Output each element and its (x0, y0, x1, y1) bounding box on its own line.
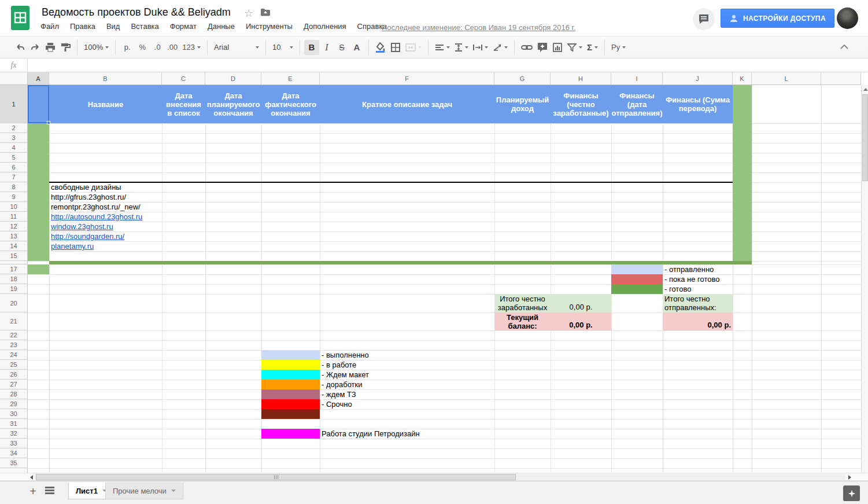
redo-button[interactable] (28, 40, 43, 55)
italic-button[interactable]: I (319, 40, 334, 55)
menu-item[interactable]: Формат (170, 22, 197, 31)
cell-H21[interactable]: 0,00 р. (551, 312, 611, 330)
row-header-21[interactable]: 21 (0, 312, 28, 330)
explore-button[interactable] (843, 485, 860, 501)
cell-B1[interactable]: Название (49, 85, 162, 123)
row-header-5[interactable]: 5 (0, 153, 28, 163)
row-header-9[interactable]: 9 (0, 192, 28, 202)
cell-G1[interactable]: Планируемый доход (494, 85, 551, 123)
star-icon[interactable]: ☆ (244, 7, 253, 20)
scroll-up-arrow-icon[interactable] (863, 88, 868, 91)
menu-item[interactable]: Правка (70, 22, 95, 31)
increase-decimals-button[interactable]: .00 (165, 40, 180, 55)
row-header-15[interactable]: 15 (0, 251, 28, 261)
column-header-F[interactable]: F (320, 72, 494, 85)
cell-K5[interactable] (733, 153, 752, 163)
cell-A15[interactable] (28, 251, 49, 261)
cell-K15[interactable] (733, 251, 752, 261)
row-header-8[interactable]: 8 (0, 182, 28, 192)
row-header-1[interactable]: 1 (0, 85, 28, 123)
cell-E26[interactable] (261, 370, 320, 380)
cell-B13[interactable]: http://soundgarden.ru/ (49, 231, 162, 241)
cell-K3[interactable] (733, 133, 752, 143)
column-header-E[interactable]: E (261, 72, 320, 85)
row-header-19[interactable]: 19 (0, 284, 28, 294)
insert-link-button[interactable] (519, 40, 535, 55)
last-edit-link[interactable]: Последнее изменение: Серов Иван 19 сентя… (382, 23, 575, 32)
row-header-17[interactable]: 17 (0, 264, 28, 274)
cell-A3[interactable] (28, 133, 49, 143)
font-size-select[interactable]: 10 (270, 40, 296, 55)
cell-B10[interactable]: remontpr.23ghost.ru/_new/ (49, 202, 162, 212)
row-header-29[interactable]: 29 (0, 399, 28, 409)
cell-K11[interactable] (733, 212, 752, 222)
row-header-31[interactable]: 31 (0, 419, 28, 429)
filter-button[interactable] (565, 40, 585, 55)
cell-B8[interactable]: свободные дизайны (49, 182, 162, 192)
column-header-I[interactable]: I (611, 72, 663, 85)
input-tools-button[interactable]: Ру (609, 40, 628, 55)
row-header-14[interactable]: 14 (0, 241, 28, 251)
row-header-2[interactable]: 2 (0, 123, 28, 133)
cell-F32[interactable]: Работа студии Петродизайн (320, 429, 494, 439)
horizontal-align-button[interactable] (433, 40, 452, 55)
row-header-24[interactable]: 24 (0, 350, 28, 360)
row-header-3[interactable]: 3 (0, 133, 28, 143)
row-header-13[interactable]: 13 (0, 231, 28, 241)
cell-B11[interactable]: http://autosound.23ghost.ru (49, 212, 162, 222)
cell-I19[interactable] (611, 284, 663, 294)
row-header-25[interactable]: 25 (0, 360, 28, 370)
cell-E24[interactable] (261, 350, 320, 360)
column-header-A[interactable]: A (28, 72, 49, 85)
collapse-toolbar-button[interactable] (837, 39, 852, 54)
cell-A12[interactable] (28, 222, 49, 231)
strikethrough-button[interactable]: S (334, 40, 349, 55)
cell-F26[interactable]: - Ждем макет (320, 370, 494, 380)
cell-I1[interactable]: Финансы (дата отправления) (611, 85, 663, 123)
row-header-6[interactable]: 6 (0, 163, 28, 172)
cell-E25[interactable] (261, 360, 320, 370)
cell-E28[interactable] (261, 389, 320, 399)
cell-H20[interactable]: 0,00 р. (551, 294, 611, 312)
menu-item[interactable]: Файл (40, 22, 59, 31)
cell-K8[interactable] (733, 182, 752, 192)
cell-E29[interactable] (261, 399, 320, 409)
cell-B12[interactable]: window.23ghost.ru (49, 222, 162, 231)
cell-E32[interactable] (261, 429, 320, 439)
cell-A2[interactable] (28, 123, 49, 133)
cell-A13[interactable] (28, 231, 49, 241)
functions-button[interactable]: Σ (585, 40, 600, 55)
menu-item[interactable]: Инструменты (246, 22, 293, 31)
row-header-34[interactable]: 34 (0, 448, 28, 458)
cell-B9[interactable]: http://gfrus.23ghost.ru/ (49, 192, 162, 202)
row-header-30[interactable]: 30 (0, 409, 28, 419)
cell-F27[interactable]: - доработки (320, 380, 494, 389)
fill-handle[interactable] (47, 121, 50, 124)
undo-button[interactable] (13, 40, 28, 55)
cell-E30[interactable] (261, 409, 320, 419)
column-header-C[interactable]: C (162, 72, 205, 85)
all-sheets-button[interactable] (45, 487, 54, 494)
borders-button[interactable] (388, 40, 403, 55)
column-header-L[interactable]: L (752, 72, 821, 85)
column-header-partial[interactable] (821, 72, 861, 85)
column-header-H[interactable]: H (551, 72, 611, 85)
formula-input[interactable] (28, 58, 861, 72)
paint-format-button[interactable] (58, 40, 73, 55)
row-header-7[interactable]: 7 (0, 172, 28, 182)
cell-A11[interactable] (28, 212, 49, 222)
selected-cell-outline[interactable] (28, 85, 49, 123)
vertical-scrollbar[interactable] (861, 85, 868, 473)
row-header-28[interactable]: 28 (0, 389, 28, 399)
cell-D1[interactable]: Дата планируемого окончания (205, 85, 261, 123)
cell-A9[interactable] (28, 192, 49, 202)
menu-item[interactable]: Дополнения (304, 22, 346, 31)
cell-K7[interactable] (733, 172, 752, 182)
row-header-27[interactable]: 27 (0, 380, 28, 389)
row-header-11[interactable]: 11 (0, 212, 28, 222)
cell-J21[interactable]: 0,00 р. (663, 312, 733, 330)
column-header-J[interactable]: J (663, 72, 733, 85)
cell-E27[interactable] (261, 380, 320, 389)
comments-button[interactable] (693, 8, 715, 30)
cell-J19[interactable]: - готово (663, 284, 733, 294)
